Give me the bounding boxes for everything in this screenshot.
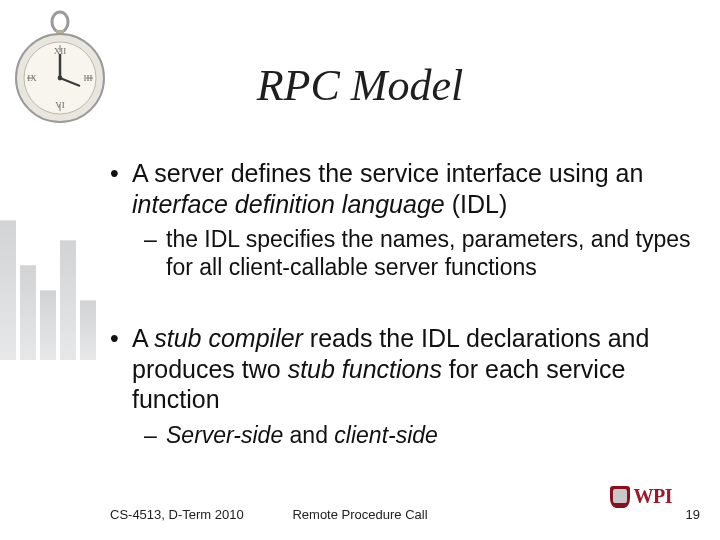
text: A server defines the service interface u… [132,159,643,187]
emphasis: Server-side [166,422,283,448]
page-number: 19 [686,507,700,522]
bullet-1-text: A server defines the service interface u… [132,158,700,219]
sub-bullet-2: – Server-side and client-side [144,421,700,449]
bullet-1: • A server defines the service interface… [110,158,700,219]
slide-title: RPC Model [0,60,720,111]
text: (IDL) [445,190,508,218]
emphasis: interface definition language [132,190,445,218]
bullet-marker: • [110,323,132,415]
footer-center: Remote Procedure Call [0,507,720,522]
text: and [283,422,334,448]
sub-bullet-2-text: Server-side and client-side [166,421,700,449]
sub-bullet-1-text: the IDL specifies the names, parameters,… [166,225,700,281]
bullet-marker: • [110,158,132,219]
wpi-logo: WPI [610,485,673,508]
slide-footer: CS-4513, D-Term 2010 Remote Procedure Ca… [0,492,720,522]
logo-text: WPI [634,485,673,508]
emphasis: stub functions [288,355,442,383]
text: A [132,324,154,352]
shield-icon [610,486,630,508]
sub-bullet-1: – the IDL specifies the names, parameter… [144,225,700,281]
bullet-2-text: A stub compiler reads the IDL declaratio… [132,323,700,415]
sub-marker: – [144,421,166,449]
bullet-2: • A stub compiler reads the IDL declarat… [110,323,700,415]
sub-marker: – [144,225,166,281]
decorative-bars [0,150,96,360]
slide: XII III VI IX RPC Model • A server defin… [0,0,720,540]
emphasis: client-side [334,422,438,448]
svg-point-0 [52,12,68,32]
slide-body: • A server defines the service interface… [110,158,700,467]
emphasis: stub compiler [154,324,303,352]
